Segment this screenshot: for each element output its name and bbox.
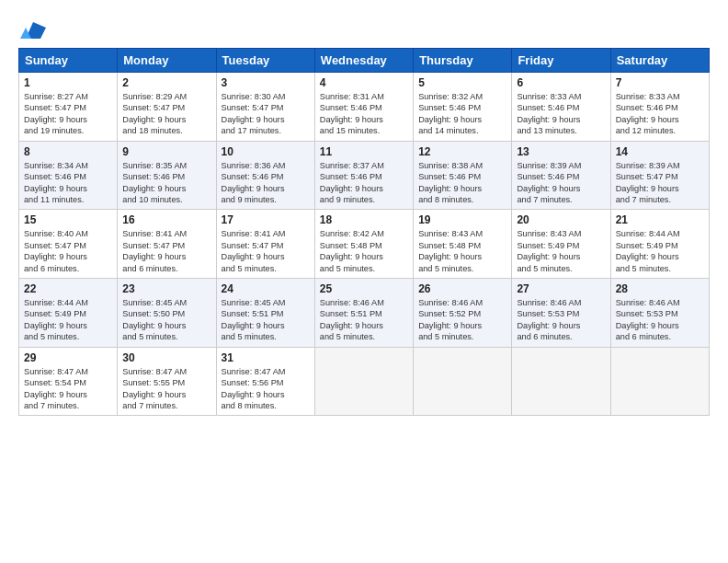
day-header-sunday: Sunday [19,49,118,73]
cell-sun-info: Sunrise: 8:39 AM Sunset: 5:46 PM Dayligh… [517,160,605,206]
cell-sun-info: Sunrise: 8:46 AM Sunset: 5:53 PM Dayligh… [517,297,605,343]
day-number: 19 [418,213,506,226]
calendar-cell: 1Sunrise: 8:27 AM Sunset: 5:47 PM Daylig… [19,73,118,142]
cell-sun-info: Sunrise: 8:35 AM Sunset: 5:46 PM Dayligh… [122,160,210,206]
day-header-friday: Friday [512,49,610,73]
day-number: 25 [320,282,408,295]
day-number: 27 [517,282,605,295]
day-number: 3 [222,76,310,89]
calendar-cell: 6Sunrise: 8:33 AM Sunset: 5:46 PM Daylig… [512,73,610,142]
day-number: 31 [222,351,310,364]
calendar-cell: 11Sunrise: 8:37 AM Sunset: 5:46 PM Dayli… [314,141,413,210]
day-number: 20 [517,213,605,226]
cell-sun-info: Sunrise: 8:44 AM Sunset: 5:49 PM Dayligh… [616,228,704,274]
day-number: 4 [320,76,408,89]
cell-sun-info: Sunrise: 8:46 AM Sunset: 5:53 PM Dayligh… [616,297,704,343]
calendar-cell: 16Sunrise: 8:41 AM Sunset: 5:47 PM Dayli… [118,210,216,279]
calendar-body: 1Sunrise: 8:27 AM Sunset: 5:47 PM Daylig… [19,73,710,416]
cell-sun-info: Sunrise: 8:45 AM Sunset: 5:50 PM Dayligh… [122,297,210,343]
calendar-cell: 29Sunrise: 8:47 AM Sunset: 5:54 PM Dayli… [19,347,118,416]
day-number: 9 [122,145,210,158]
calendar-cell [414,347,512,416]
calendar-cell: 21Sunrise: 8:44 AM Sunset: 5:49 PM Dayli… [610,210,709,279]
cell-sun-info: Sunrise: 8:47 AM Sunset: 5:55 PM Dayligh… [122,366,210,412]
calendar-cell: 5Sunrise: 8:32 AM Sunset: 5:46 PM Daylig… [414,73,512,142]
calendar-cell: 7Sunrise: 8:33 AM Sunset: 5:46 PM Daylig… [610,73,709,142]
cell-sun-info: Sunrise: 8:43 AM Sunset: 5:48 PM Dayligh… [418,228,506,274]
cell-sun-info: Sunrise: 8:36 AM Sunset: 5:46 PM Dayligh… [222,160,310,206]
day-number: 22 [24,282,112,295]
calendar-cell: 3Sunrise: 8:30 AM Sunset: 5:47 PM Daylig… [216,73,314,142]
cell-sun-info: Sunrise: 8:47 AM Sunset: 5:56 PM Dayligh… [222,366,310,412]
day-header-monday: Monday [118,49,216,73]
cell-sun-info: Sunrise: 8:31 AM Sunset: 5:46 PM Dayligh… [320,91,408,137]
cell-sun-info: Sunrise: 8:27 AM Sunset: 5:47 PM Dayligh… [24,91,112,137]
cell-sun-info: Sunrise: 8:37 AM Sunset: 5:46 PM Dayligh… [320,160,408,206]
calendar-cell: 22Sunrise: 8:44 AM Sunset: 5:49 PM Dayli… [19,279,118,348]
day-number: 17 [222,213,310,226]
calendar-cell: 25Sunrise: 8:46 AM Sunset: 5:51 PM Dayli… [314,279,413,348]
cell-sun-info: Sunrise: 8:33 AM Sunset: 5:46 PM Dayligh… [517,91,605,137]
day-number: 7 [616,76,704,89]
calendar-cell [314,347,413,416]
cell-sun-info: Sunrise: 8:29 AM Sunset: 5:47 PM Dayligh… [122,91,210,137]
cell-sun-info: Sunrise: 8:30 AM Sunset: 5:47 PM Dayligh… [222,91,310,137]
day-number: 16 [122,213,210,226]
logo-icon [20,18,46,44]
day-number: 24 [222,282,310,295]
day-number: 18 [320,213,408,226]
week-row-5: 29Sunrise: 8:47 AM Sunset: 5:54 PM Dayli… [19,347,710,416]
day-header-thursday: Thursday [414,49,512,73]
calendar-cell: 24Sunrise: 8:45 AM Sunset: 5:51 PM Dayli… [216,279,314,348]
header [18,15,710,44]
calendar-cell: 27Sunrise: 8:46 AM Sunset: 5:53 PM Dayli… [512,279,610,348]
calendar-cell: 28Sunrise: 8:46 AM Sunset: 5:53 PM Dayli… [610,279,709,348]
calendar-cell: 17Sunrise: 8:41 AM Sunset: 5:47 PM Dayli… [216,210,314,279]
calendar-cell [512,347,610,416]
cell-sun-info: Sunrise: 8:39 AM Sunset: 5:47 PM Dayligh… [616,160,704,206]
cell-sun-info: Sunrise: 8:33 AM Sunset: 5:46 PM Dayligh… [616,91,704,137]
calendar-cell: 18Sunrise: 8:42 AM Sunset: 5:48 PM Dayli… [314,210,413,279]
day-number: 5 [418,76,506,89]
day-header-wednesday: Wednesday [314,49,413,73]
calendar-cell: 8Sunrise: 8:34 AM Sunset: 5:46 PM Daylig… [19,141,118,210]
calendar-cell: 4Sunrise: 8:31 AM Sunset: 5:46 PM Daylig… [314,73,413,142]
cell-sun-info: Sunrise: 8:41 AM Sunset: 5:47 PM Dayligh… [222,228,310,274]
cell-sun-info: Sunrise: 8:43 AM Sunset: 5:49 PM Dayligh… [517,228,605,274]
cell-sun-info: Sunrise: 8:47 AM Sunset: 5:54 PM Dayligh… [24,366,112,412]
cell-sun-info: Sunrise: 8:45 AM Sunset: 5:51 PM Dayligh… [222,297,310,343]
cell-sun-info: Sunrise: 8:41 AM Sunset: 5:47 PM Dayligh… [122,228,210,274]
calendar-cell: 30Sunrise: 8:47 AM Sunset: 5:55 PM Dayli… [118,347,216,416]
day-header-saturday: Saturday [610,49,709,73]
cell-sun-info: Sunrise: 8:44 AM Sunset: 5:49 PM Dayligh… [24,297,112,343]
cell-sun-info: Sunrise: 8:46 AM Sunset: 5:52 PM Dayligh… [418,297,506,343]
calendar-cell: 19Sunrise: 8:43 AM Sunset: 5:48 PM Dayli… [414,210,512,279]
week-row-1: 1Sunrise: 8:27 AM Sunset: 5:47 PM Daylig… [19,73,710,142]
day-number: 13 [517,145,605,158]
day-number: 23 [122,282,210,295]
calendar-cell: 12Sunrise: 8:38 AM Sunset: 5:46 PM Dayli… [414,141,512,210]
day-number: 10 [222,145,310,158]
day-number: 28 [616,282,704,295]
days-header-row: SundayMondayTuesdayWednesdayThursdayFrid… [19,49,710,73]
calendar-cell [610,347,709,416]
calendar-page: SundayMondayTuesdayWednesdayThursdayFrid… [0,0,728,425]
day-number: 29 [24,351,112,364]
calendar-cell: 14Sunrise: 8:39 AM Sunset: 5:47 PM Dayli… [610,141,709,210]
day-number: 1 [24,76,112,89]
calendar-cell: 15Sunrise: 8:40 AM Sunset: 5:47 PM Dayli… [19,210,118,279]
week-row-3: 15Sunrise: 8:40 AM Sunset: 5:47 PM Dayli… [19,210,710,279]
day-number: 8 [24,145,112,158]
cell-sun-info: Sunrise: 8:40 AM Sunset: 5:47 PM Dayligh… [24,228,112,274]
cell-sun-info: Sunrise: 8:38 AM Sunset: 5:46 PM Dayligh… [418,160,506,206]
calendar-cell: 2Sunrise: 8:29 AM Sunset: 5:47 PM Daylig… [118,73,216,142]
day-number: 12 [418,145,506,158]
day-number: 30 [122,351,210,364]
day-header-tuesday: Tuesday [216,49,314,73]
calendar-cell: 10Sunrise: 8:36 AM Sunset: 5:46 PM Dayli… [216,141,314,210]
cell-sun-info: Sunrise: 8:46 AM Sunset: 5:51 PM Dayligh… [320,297,408,343]
day-number: 15 [24,213,112,226]
cell-sun-info: Sunrise: 8:42 AM Sunset: 5:48 PM Dayligh… [320,228,408,274]
calendar-table: SundayMondayTuesdayWednesdayThursdayFrid… [18,48,710,416]
day-number: 2 [122,76,210,89]
